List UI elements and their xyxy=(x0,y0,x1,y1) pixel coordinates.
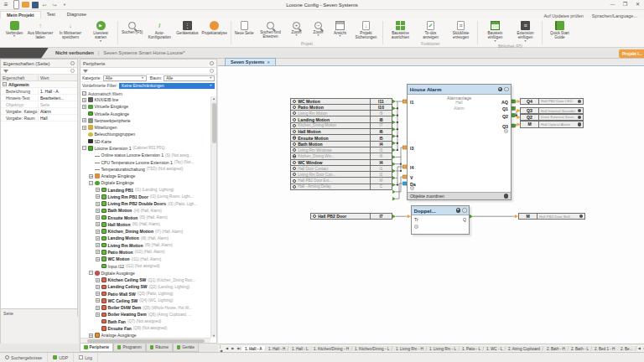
expander-icon[interactable]: + xyxy=(96,257,100,261)
expander-icon[interactable]: − xyxy=(82,146,86,150)
tree-item-digitale-ausgänge[interactable]: −Digitale Ausgänge xyxy=(80,270,210,277)
property-row-vorgabe-katego[interactable]: Vorgabe: Katego...Alarm xyxy=(1,108,77,115)
output-reference-bell[interactable]: M Hall PB2 Door Bell... xyxy=(518,213,585,220)
close-icon[interactable]: ✕ xyxy=(267,60,270,65)
quickbar-dropdown-icon[interactable]: ▼ xyxy=(61,2,69,8)
maximize-button[interactable]: ❐ xyxy=(619,0,631,9)
property-row-bezeichnung[interactable]: Bezeichnung1. Hall - A xyxy=(1,88,77,95)
tree-item-mitteilungen[interactable]: +Mitteilungen xyxy=(80,124,210,131)
pin-icon[interactable] xyxy=(210,61,214,65)
ribbon-button-ansicht[interactable]: Ansicht▼ xyxy=(329,20,351,39)
new-file-icon[interactable] xyxy=(13,0,19,9)
tree-item-loxone-extension-1[interactable]: −Loxone Extension 1(Cabinet R01 P01) xyxy=(80,145,210,152)
expander-icon[interactable]: + xyxy=(96,298,100,303)
collapse-icon[interactable]: − xyxy=(3,82,7,86)
expander-icon[interactable]: + xyxy=(96,313,100,317)
ribbon-button-suchen-f5[interactable]: Suchen (F5) xyxy=(120,20,144,35)
expander-icon[interactable]: + xyxy=(89,174,93,178)
output-reference-hall-pb2-door-led[interactable]: Q4Hall PB2 Door LED xyxy=(520,98,584,105)
minimize-button[interactable]: — xyxy=(606,0,619,9)
tree-item-patio-motion[interactable]: +Patio Motion(I10) (Hall, Alarm) xyxy=(80,249,210,256)
tree-item-landing-ceiling-sw[interactable]: +Landing Ceiling SW(Q2) (Landing, Lighti… xyxy=(80,283,210,290)
tree-item-temperaturabschaltung[interactable]: Temperaturabschaltung(TSD) (Not assigned… xyxy=(80,166,210,173)
open-file-icon[interactable] xyxy=(22,2,29,8)
expander-icon[interactable]: + xyxy=(96,250,100,254)
lock-icon[interactable]: ● xyxy=(456,208,461,213)
ribbon-button-projektanalyse[interactable]: Projektanalyse xyxy=(200,20,229,36)
output-pin-q[interactable]: Q xyxy=(463,217,466,222)
page-tab-2-be[interactable]: 2. Be... xyxy=(617,346,636,351)
expander-icon[interactable]: + xyxy=(82,118,86,122)
tree-item-living-rm-motion[interactable]: +Living Rm Motion(I9) (Hall, Alarm) xyxy=(80,242,210,249)
undo-icon[interactable]: ↩ xyxy=(41,2,49,8)
page-tab-1-hall-a[interactable]: 1. Hall - A xyxy=(242,346,267,351)
add-output-icon[interactable]: + xyxy=(504,129,508,133)
page-tab-1-kitchen-dining-h[interactable]: 1. Kitchen/Dining - H xyxy=(310,346,353,351)
property-row-objekttyp[interactable]: ObjekttypSeite xyxy=(1,101,77,108)
expander-icon[interactable]: + xyxy=(96,292,100,296)
output-reference-hall-optical-alarm[interactable]: MHall Optical Alarm xyxy=(520,121,584,127)
ribbon-button-projekt-sicherungen[interactable]: ↓Projekt Sicherungen xyxy=(351,20,381,41)
canvas-tab-seven-systems[interactable]: Seven Systems ✕ xyxy=(225,58,276,65)
tree-item-wc-ceiling-sw[interactable]: +WC Ceiling SW(Q4) (WC, Lighting) xyxy=(80,297,210,304)
tree-item-input-i12[interactable]: Input I12(I12) (Not assigned) xyxy=(80,262,210,269)
expander-icon[interactable]: + xyxy=(96,230,100,234)
filter-funnel-icon[interactable] xyxy=(3,70,8,73)
ribbon-button-neue-seite[interactable]: Neue Seite xyxy=(233,20,256,36)
expander-icon[interactable]: − xyxy=(89,181,93,185)
expander-icon[interactable]: + xyxy=(96,215,100,220)
gear-icon[interactable] xyxy=(210,69,214,73)
tree-item-boiler-dhw-dem[interactable]: +Boiler DHW Dem(Q5) (Whole House, Hot W.… xyxy=(80,304,210,311)
page-tab-1-hall-h[interactable]: 1. Hall - H xyxy=(265,346,289,351)
output-reference-drive-external-soun[interactable]: Q2Drive External Soun... xyxy=(520,114,584,121)
panel-tab-räume[interactable]: Räume xyxy=(146,344,173,352)
tree-item-online-status-loxone-extension-1[interactable]: Online status Loxone Extension 1(S) (Not… xyxy=(80,152,210,158)
info-icon[interactable]: i xyxy=(462,208,467,213)
expand-icon[interactable]: › xyxy=(504,87,509,92)
ribbon-button-aus-miniserver-laden[interactable]: ↑Aus Miniserver laden xyxy=(25,20,55,41)
pin-icon[interactable] xyxy=(70,61,75,65)
filter-funnel-icon[interactable] xyxy=(83,70,88,73)
ribbon-button-verbinden[interactable]: Verbinden▼ xyxy=(3,20,25,39)
tree-item-living-rm-pb2-double-doors[interactable]: +Living Rm PB2 Double Doors(I3) (Patio, … xyxy=(80,200,210,207)
input-reference-hall-arming-delay[interactable]: Hall - Arming DelayC xyxy=(290,184,392,190)
page-tab-2-airing-cupboard[interactable]: 2. Airing Cupboard xyxy=(506,346,545,351)
gear-icon[interactable] xyxy=(504,194,509,199)
page-tab-1-patio-l[interactable]: 1. Patio - L xyxy=(459,346,485,351)
tree-item-analoge-eingänge[interactable]: +Analoge Eingänge xyxy=(80,173,210,179)
menu-tab-test[interactable]: Test xyxy=(41,11,61,18)
tree-item-virtuelle-ausgänge[interactable]: Virtuelle Ausgänge xyxy=(80,111,210,117)
baum-select[interactable]: Alle▼ xyxy=(164,75,215,81)
expander-icon[interactable]: + xyxy=(96,188,100,192)
status-item-log[interactable]: Log xyxy=(74,353,98,362)
tree-item-bath-fan[interactable]: Bath Fan(Q7) (Not assigned) xyxy=(80,318,210,325)
page-scroll-left-button[interactable]: ◀ xyxy=(636,346,642,350)
tree-item-kitchen-ceiling-sw[interactable]: +Kitchen Ceiling SW(Q1) (Kitchen_Dining … xyxy=(80,277,210,283)
assign-objects-bar[interactable]: Objekte zuordnen xyxy=(408,192,511,200)
ribbon-button-extension-einfügen[interactable]: ≡Extension einfügen▼ xyxy=(510,20,540,44)
tree-item-kitchen-dining-motion[interactable]: +Kitchen_Dining Motion(I7) (Hall, Alarm) xyxy=(80,228,210,235)
tree-item-digitale-eingänge[interactable]: −Digitale Eingänge xyxy=(80,179,210,186)
status-item-udp[interactable]: UDP xyxy=(48,353,74,362)
ribbon-button-stückliste-erzeugen[interactable]: ≡Stückliste erzeugen xyxy=(445,20,475,41)
page-tab-2-bed-1-h[interactable]: 2. Bed 1 - H xyxy=(591,346,619,351)
ribbon-button-auto-konfiguration[interactable]: /Auto-Konfiguration xyxy=(144,20,174,41)
expander-icon[interactable]: + xyxy=(96,236,100,240)
expander-icon[interactable]: + xyxy=(82,98,86,102)
page-tab-1-wc-l[interactable]: 1. WC - L xyxy=(483,346,506,351)
page-tab-2-bath-h[interactable]: 2. Bath - H xyxy=(543,346,569,351)
tree-item-patio-wall-sw[interactable]: +Patio Wall SW(Q3) (Patio, Lighting) xyxy=(80,290,210,297)
tree-item-wc-motion[interactable]: +WC Motion(I11) (Hall, Alarm) xyxy=(80,256,210,262)
expander-icon[interactable]: + xyxy=(96,285,100,289)
input-reference-hall-pb2-door[interactable]: Hall PB2 Door I7 xyxy=(310,213,392,220)
double-click-block[interactable]: Doppel... ● i Tr Q + xyxy=(411,205,470,235)
tree-item-living-rm-pb1-door[interactable]: +Living Rm PB1 Door(I2) (Living Room, Li… xyxy=(80,194,210,200)
expander-icon[interactable]: + xyxy=(82,105,86,109)
tree-item-beleuchtungsgruppen[interactable]: Beleuchtungsgruppen xyxy=(80,131,210,137)
ribbon-button-liveview-starten[interactable]: ▶Liveview starten▼ xyxy=(86,20,116,44)
connection-tab[interactable] xyxy=(0,48,49,59)
ribbon-button-gerätestatus[interactable]: ⋮Gerätestatus xyxy=(174,20,200,36)
project-action-button[interactable]: Projekt l... xyxy=(619,49,644,58)
tree-horizontal-scrollbar[interactable] xyxy=(80,338,210,343)
panel-tab-programm[interactable]: Programm xyxy=(113,344,146,352)
